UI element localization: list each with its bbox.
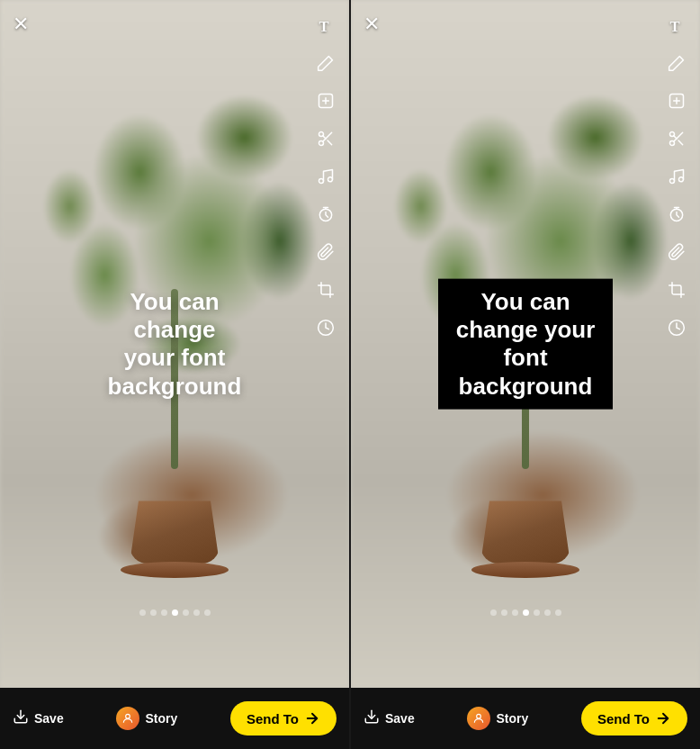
left-top-bar: ✕ T — [0, 0, 349, 353]
right-tools: T — [666, 14, 687, 338]
rdot-2 — [501, 609, 507, 616]
svg-point-26 — [679, 177, 684, 182]
right-paperclip-tool[interactable] — [666, 241, 687, 263]
rdot-3 — [512, 609, 518, 616]
rdot-4-active — [523, 609, 529, 616]
left-panel: ✕ T — [0, 0, 349, 749]
right-progress-dots — [351, 609, 700, 616]
right-story-label: Story — [496, 711, 528, 726]
right-bottom-bar: Save Story Send To — [351, 688, 700, 749]
plant-pot — [130, 501, 220, 564]
rdot-6 — [544, 609, 551, 616]
right-music-tool[interactable] — [666, 166, 687, 187]
svg-line-23 — [678, 140, 683, 145]
right-timer-tool[interactable] — [666, 203, 687, 225]
dot-7 — [204, 609, 211, 616]
dot-2 — [150, 609, 157, 616]
left-timer-tool[interactable] — [315, 203, 337, 225]
left-clock-tool[interactable] — [315, 317, 337, 338]
svg-line-24 — [674, 136, 677, 139]
right-save-button[interactable]: Save — [363, 708, 415, 728]
left-sticker-tool[interactable] — [315, 90, 337, 112]
left-music-tool[interactable] — [315, 166, 337, 187]
svg-point-25 — [670, 179, 675, 184]
left-tools: T — [315, 14, 337, 338]
left-send-to-button[interactable]: Send To — [230, 701, 337, 735]
plant-saucer-right — [471, 562, 579, 578]
rdot-7 — [555, 609, 561, 616]
left-story-image: ✕ T — [0, 0, 349, 688]
plant-saucer — [121, 562, 229, 578]
left-save-button[interactable]: Save — [13, 708, 64, 728]
left-story-button[interactable]: Story — [116, 707, 177, 730]
rdot-1 — [490, 609, 497, 616]
svg-point-10 — [328, 177, 333, 182]
right-pencil-tool[interactable] — [666, 52, 687, 74]
right-story-button[interactable]: Story — [467, 707, 528, 730]
dot-3 — [161, 609, 167, 616]
left-save-label: Save — [34, 711, 64, 726]
plant-pot-right — [480, 501, 570, 564]
right-close-button[interactable]: ✕ — [363, 14, 380, 34]
right-save-label: Save — [385, 711, 415, 726]
right-scissors-tool[interactable] — [666, 128, 687, 149]
right-panel: ✕ T — [351, 0, 700, 749]
svg-line-7 — [328, 140, 332, 145]
dot-6 — [193, 609, 200, 616]
svg-point-14 — [126, 714, 130, 718]
right-send-to-label: Send To — [597, 711, 650, 726]
svg-text:T: T — [670, 18, 680, 34]
svg-point-30 — [477, 714, 481, 718]
rdot-5 — [534, 609, 540, 616]
left-close-button[interactable]: ✕ — [13, 14, 29, 34]
right-story-avatar — [467, 707, 490, 730]
dot-4-active — [172, 609, 178, 616]
right-send-to-button[interactable]: Send To — [581, 701, 687, 735]
right-clock-tool[interactable] — [666, 317, 687, 338]
left-pencil-tool[interactable] — [315, 52, 337, 74]
left-paperclip-tool[interactable] — [315, 241, 337, 263]
left-story-label: Story — [145, 711, 177, 726]
left-progress-dots — [0, 609, 349, 616]
right-top-bar: ✕ T — [351, 0, 700, 353]
svg-text:T: T — [319, 18, 329, 34]
svg-line-8 — [323, 136, 326, 139]
dot-5 — [183, 609, 189, 616]
left-scissors-tool[interactable] — [315, 128, 337, 149]
save-icon — [13, 708, 29, 728]
right-text-tool[interactable]: T — [666, 14, 687, 36]
left-text-tool[interactable]: T — [315, 14, 337, 36]
right-sticker-tool[interactable] — [666, 90, 687, 112]
left-send-to-label: Send To — [247, 711, 299, 726]
svg-point-9 — [319, 179, 324, 184]
left-bottom-bar: Save Story Send To — [0, 688, 349, 749]
dot-1 — [139, 609, 146, 616]
left-story-avatar — [116, 707, 139, 730]
right-crop-tool[interactable] — [666, 279, 687, 301]
left-crop-tool[interactable] — [315, 279, 337, 301]
right-save-icon — [363, 708, 380, 728]
right-story-image: ✕ T — [351, 0, 700, 688]
